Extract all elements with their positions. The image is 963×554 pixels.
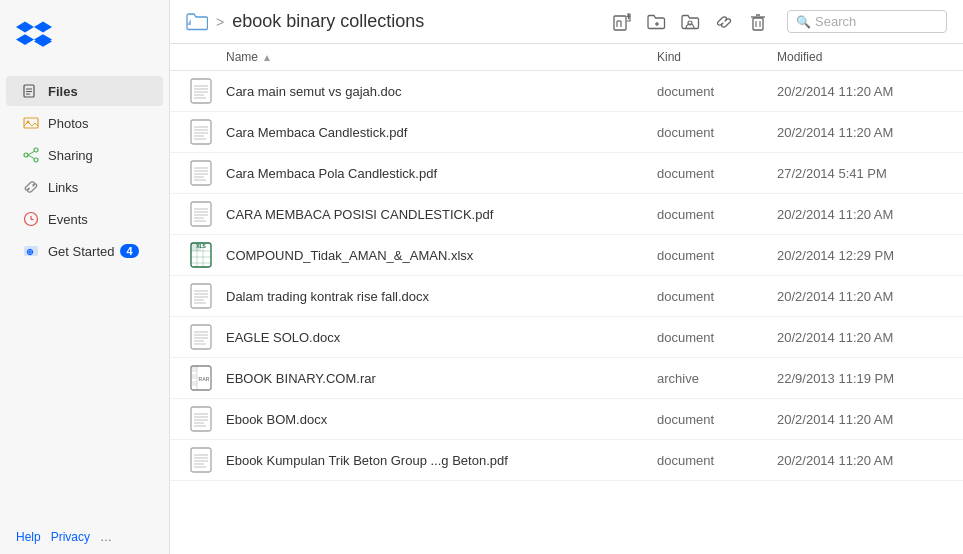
sidebar-item-files[interactable]: Files bbox=[6, 76, 163, 106]
file-icon: RAR bbox=[186, 365, 216, 391]
file-modified: 20/2/2014 12:29 PM bbox=[777, 248, 947, 263]
file-kind: document bbox=[657, 412, 777, 427]
svg-point-13 bbox=[24, 153, 28, 157]
file-kind: archive bbox=[657, 371, 777, 386]
table-row[interactable]: Dalam trading kontrak rise fall.docx doc… bbox=[170, 276, 963, 317]
sort-arrow: ▲ bbox=[262, 52, 272, 63]
new-folder-button[interactable] bbox=[645, 11, 667, 33]
file-modified: 20/2/2014 11:20 AM bbox=[777, 84, 947, 99]
file-icon bbox=[186, 78, 216, 104]
search-icon: 🔍 bbox=[796, 15, 811, 29]
sidebar-get-started-label: Get Started bbox=[48, 244, 114, 259]
file-modified: 20/2/2014 11:20 AM bbox=[777, 412, 947, 427]
svg-line-14 bbox=[28, 152, 34, 156]
delete-button[interactable] bbox=[747, 11, 769, 33]
sidebar-item-links[interactable]: Links bbox=[6, 172, 163, 202]
svg-rect-67 bbox=[191, 284, 211, 308]
svg-rect-82 bbox=[192, 374, 197, 379]
dropbox-logo bbox=[0, 10, 169, 75]
file-kind: document bbox=[657, 453, 777, 468]
file-name: Cara main semut vs gajah.doc bbox=[226, 84, 657, 99]
more-link: … bbox=[100, 530, 112, 544]
file-name: Ebook BOM.docx bbox=[226, 412, 657, 427]
svg-marker-4 bbox=[34, 36, 52, 47]
file-modified: 20/2/2014 11:20 AM bbox=[777, 125, 947, 140]
breadcrumb: > ebook binary collections bbox=[186, 11, 603, 32]
svg-rect-22 bbox=[614, 16, 626, 30]
sidebar-item-get-started[interactable]: ⊕ Get Started 4 bbox=[6, 236, 163, 266]
column-modified: Modified bbox=[777, 50, 947, 64]
share-folder-button[interactable] bbox=[679, 11, 701, 33]
file-list: Cara main semut vs gajah.doc document 20… bbox=[170, 71, 963, 554]
privacy-link[interactable]: Privacy bbox=[51, 530, 90, 544]
file-modified: 20/2/2014 11:20 AM bbox=[777, 330, 947, 345]
file-list-header: Name ▲ Kind Modified bbox=[170, 44, 963, 71]
file-icon: XLS bbox=[186, 242, 216, 268]
svg-rect-30 bbox=[753, 18, 763, 30]
file-modified: 20/2/2014 11:20 AM bbox=[777, 289, 947, 304]
svg-rect-47 bbox=[191, 161, 211, 185]
photos-icon bbox=[22, 114, 40, 132]
link-button[interactable] bbox=[713, 11, 735, 33]
help-link[interactable]: Help bbox=[16, 530, 41, 544]
get-started-badge: 4 bbox=[120, 244, 138, 258]
svg-text:XLS: XLS bbox=[196, 243, 206, 249]
svg-rect-91 bbox=[191, 448, 211, 472]
file-name: CARA MEMBACA POSISI CANDLESTICK.pdf bbox=[226, 207, 657, 222]
toolbar-icons bbox=[611, 11, 769, 33]
file-icon bbox=[186, 201, 216, 227]
table-row[interactable]: XLS COMPOUND_Tidak_AMAN_&_AMAN.xlsx docu… bbox=[170, 235, 963, 276]
file-kind: document bbox=[657, 125, 777, 140]
file-kind: document bbox=[657, 207, 777, 222]
search-box[interactable]: 🔍 bbox=[787, 10, 947, 33]
sidebar-item-photos[interactable]: Photos bbox=[6, 108, 163, 138]
svg-marker-1 bbox=[34, 22, 52, 33]
table-row[interactable]: Cara main semut vs gajah.doc document 20… bbox=[170, 71, 963, 112]
sidebar-item-sharing[interactable]: Sharing bbox=[6, 140, 163, 170]
get-started-icon: ⊕ bbox=[22, 242, 40, 260]
table-row[interactable]: CARA MEMBACA POSISI CANDLESTICK.pdf docu… bbox=[170, 194, 963, 235]
sidebar-sharing-label: Sharing bbox=[48, 148, 93, 163]
file-modified: 22/9/2013 11:19 PM bbox=[777, 371, 947, 386]
file-modified: 20/2/2014 11:20 AM bbox=[777, 453, 947, 468]
file-name: COMPOUND_Tidak_AMAN_&_AMAN.xlsx bbox=[226, 248, 657, 263]
column-name[interactable]: Name ▲ bbox=[226, 50, 657, 64]
table-row[interactable]: Cara Membaca Candlestick.pdf document 20… bbox=[170, 112, 963, 153]
table-row[interactable]: Ebook Kumpulan Trik Beton Group ...g Bet… bbox=[170, 440, 963, 481]
upload-file-button[interactable] bbox=[611, 11, 633, 33]
sidebar-events-label: Events bbox=[48, 212, 88, 227]
svg-rect-81 bbox=[192, 367, 197, 372]
sidebar-links-label: Links bbox=[48, 180, 78, 195]
file-kind: document bbox=[657, 289, 777, 304]
file-modified: 20/2/2014 11:20 AM bbox=[777, 207, 947, 222]
file-modified: 27/2/2014 5:41 PM bbox=[777, 166, 947, 181]
svg-line-15 bbox=[28, 155, 34, 159]
sidebar-bottom: Help Privacy … bbox=[0, 520, 169, 554]
svg-rect-9 bbox=[24, 118, 38, 128]
svg-rect-35 bbox=[191, 79, 211, 103]
file-name: Dalam trading kontrak rise fall.docx bbox=[226, 289, 657, 304]
file-name: Ebook Kumpulan Trik Beton Group ...g Bet… bbox=[226, 453, 657, 468]
file-icon bbox=[186, 447, 216, 473]
svg-text:RAR: RAR bbox=[199, 376, 210, 382]
table-row[interactable]: EAGLE SOLO.docx document 20/2/2014 11:20… bbox=[170, 317, 963, 358]
svg-rect-73 bbox=[191, 325, 211, 349]
sidebar: Files Photos Sharing bbox=[0, 0, 170, 554]
svg-rect-83 bbox=[192, 381, 197, 386]
search-input[interactable] bbox=[815, 14, 938, 29]
file-icon bbox=[186, 160, 216, 186]
file-icon bbox=[186, 406, 216, 432]
links-icon bbox=[22, 178, 40, 196]
table-row[interactable]: RAR EBOOK BINARY.COM.rar archive 22/9/20… bbox=[170, 358, 963, 399]
folder-breadcrumb-icon bbox=[186, 12, 208, 32]
sharing-icon bbox=[22, 146, 40, 164]
files-icon bbox=[22, 82, 40, 100]
file-name: EAGLE SOLO.docx bbox=[226, 330, 657, 345]
table-row[interactable]: Ebook BOM.docx document 20/2/2014 11:20 … bbox=[170, 399, 963, 440]
file-name: Cara Membaca Pola Candlestick.pdf bbox=[226, 166, 657, 181]
svg-point-11 bbox=[34, 148, 38, 152]
sidebar-files-label: Files bbox=[48, 84, 78, 99]
file-kind: document bbox=[657, 166, 777, 181]
sidebar-item-events[interactable]: Events bbox=[6, 204, 163, 234]
table-row[interactable]: Cara Membaca Pola Candlestick.pdf docume… bbox=[170, 153, 963, 194]
